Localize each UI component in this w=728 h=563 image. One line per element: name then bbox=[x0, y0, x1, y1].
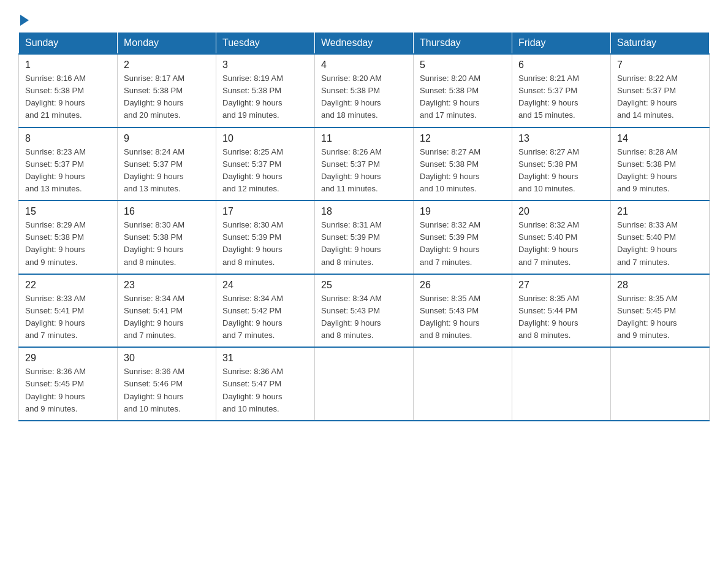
calendar-day-cell: 9 Sunrise: 8:24 AM Sunset: 5:37 PM Dayli… bbox=[118, 128, 216, 201]
day-number: 1 bbox=[25, 59, 111, 71]
day-number: 7 bbox=[617, 59, 703, 71]
day-info: Sunrise: 8:28 AM Sunset: 5:38 PM Dayligh… bbox=[617, 146, 703, 196]
day-info: Sunrise: 8:35 AM Sunset: 5:43 PM Dayligh… bbox=[420, 293, 506, 342]
day-info: Sunrise: 8:32 AM Sunset: 5:39 PM Dayligh… bbox=[420, 219, 506, 269]
day-info: Sunrise: 8:22 AM Sunset: 5:37 PM Dayligh… bbox=[617, 72, 703, 122]
day-info: Sunrise: 8:35 AM Sunset: 5:44 PM Dayligh… bbox=[518, 293, 604, 342]
day-of-week-header: Friday bbox=[512, 33, 611, 55]
day-number: 2 bbox=[124, 59, 210, 71]
day-info: Sunrise: 8:36 AM Sunset: 5:45 PM Dayligh… bbox=[25, 366, 111, 415]
day-number: 22 bbox=[25, 280, 111, 291]
day-number: 20 bbox=[518, 206, 604, 217]
day-of-week-header: Saturday bbox=[611, 33, 710, 55]
calendar-day-cell: 3 Sunrise: 8:19 AM Sunset: 5:38 PM Dayli… bbox=[216, 54, 315, 128]
calendar-day-cell: 27 Sunrise: 8:35 AM Sunset: 5:44 PM Dayl… bbox=[512, 274, 611, 348]
day-info: Sunrise: 8:24 AM Sunset: 5:37 PM Dayligh… bbox=[124, 146, 210, 196]
day-info: Sunrise: 8:17 AM Sunset: 5:38 PM Dayligh… bbox=[124, 72, 210, 122]
calendar-day-cell: 8 Sunrise: 8:23 AM Sunset: 5:37 PM Dayli… bbox=[19, 128, 118, 201]
page-header bbox=[18, 12, 710, 26]
calendar-week-row: 8 Sunrise: 8:23 AM Sunset: 5:37 PM Dayli… bbox=[19, 128, 710, 201]
day-number: 15 bbox=[25, 206, 111, 217]
logo bbox=[18, 12, 29, 26]
calendar-day-cell: 4 Sunrise: 8:20 AM Sunset: 5:38 PM Dayli… bbox=[315, 54, 414, 128]
day-number: 3 bbox=[222, 59, 308, 71]
day-number: 11 bbox=[321, 133, 407, 144]
day-info: Sunrise: 8:25 AM Sunset: 5:37 PM Dayligh… bbox=[222, 146, 308, 196]
calendar-day-cell: 6 Sunrise: 8:21 AM Sunset: 5:37 PM Dayli… bbox=[512, 54, 611, 128]
calendar-header: SundayMondayTuesdayWednesdayThursdayFrid… bbox=[19, 33, 710, 55]
calendar-day-cell: 22 Sunrise: 8:33 AM Sunset: 5:41 PM Dayl… bbox=[19, 274, 118, 348]
calendar-day-cell: 1 Sunrise: 8:16 AM Sunset: 5:38 PM Dayli… bbox=[19, 54, 118, 128]
calendar-day-cell: 15 Sunrise: 8:29 AM Sunset: 5:38 PM Dayl… bbox=[19, 201, 118, 274]
day-info: Sunrise: 8:20 AM Sunset: 5:38 PM Dayligh… bbox=[321, 72, 407, 122]
calendar-day-cell: 31 Sunrise: 8:36 AM Sunset: 5:47 PM Dayl… bbox=[216, 347, 315, 421]
calendar-day-cell: 28 Sunrise: 8:35 AM Sunset: 5:45 PM Dayl… bbox=[611, 274, 710, 348]
calendar-day-cell: 19 Sunrise: 8:32 AM Sunset: 5:39 PM Dayl… bbox=[414, 201, 512, 274]
day-info: Sunrise: 8:32 AM Sunset: 5:40 PM Dayligh… bbox=[518, 219, 604, 269]
day-info: Sunrise: 8:16 AM Sunset: 5:38 PM Dayligh… bbox=[25, 72, 111, 122]
day-number: 17 bbox=[222, 206, 308, 217]
day-header-row: SundayMondayTuesdayWednesdayThursdayFrid… bbox=[19, 33, 710, 55]
day-number: 30 bbox=[124, 353, 210, 364]
day-info: Sunrise: 8:27 AM Sunset: 5:38 PM Dayligh… bbox=[420, 146, 506, 196]
day-of-week-header: Sunday bbox=[19, 33, 118, 55]
day-info: Sunrise: 8:33 AM Sunset: 5:40 PM Dayligh… bbox=[617, 219, 703, 269]
calendar-day-cell: 14 Sunrise: 8:28 AM Sunset: 5:38 PM Dayl… bbox=[611, 128, 710, 201]
calendar-day-cell: 21 Sunrise: 8:33 AM Sunset: 5:40 PM Dayl… bbox=[611, 201, 710, 274]
calendar-day-cell: 25 Sunrise: 8:34 AM Sunset: 5:43 PM Dayl… bbox=[315, 274, 414, 348]
day-number: 24 bbox=[222, 280, 308, 291]
day-info: Sunrise: 8:34 AM Sunset: 5:41 PM Dayligh… bbox=[124, 293, 210, 342]
calendar-day-cell: 20 Sunrise: 8:32 AM Sunset: 5:40 PM Dayl… bbox=[512, 201, 611, 274]
calendar-day-cell: 29 Sunrise: 8:36 AM Sunset: 5:45 PM Dayl… bbox=[19, 347, 118, 421]
day-of-week-header: Wednesday bbox=[315, 33, 414, 55]
calendar-day-cell: 23 Sunrise: 8:34 AM Sunset: 5:41 PM Dayl… bbox=[118, 274, 216, 348]
day-number: 13 bbox=[518, 133, 604, 144]
calendar-day-cell: 5 Sunrise: 8:20 AM Sunset: 5:38 PM Dayli… bbox=[414, 54, 512, 128]
day-number: 12 bbox=[420, 133, 506, 144]
day-info: Sunrise: 8:35 AM Sunset: 5:45 PM Dayligh… bbox=[617, 293, 703, 342]
day-info: Sunrise: 8:33 AM Sunset: 5:41 PM Dayligh… bbox=[25, 293, 111, 342]
day-number: 10 bbox=[222, 133, 308, 144]
day-info: Sunrise: 8:31 AM Sunset: 5:39 PM Dayligh… bbox=[321, 219, 407, 269]
day-number: 28 bbox=[617, 280, 703, 291]
calendar-day-cell bbox=[414, 347, 512, 421]
day-number: 16 bbox=[124, 206, 210, 217]
day-number: 21 bbox=[617, 206, 703, 217]
day-number: 6 bbox=[518, 59, 604, 71]
day-info: Sunrise: 8:19 AM Sunset: 5:38 PM Dayligh… bbox=[222, 72, 308, 122]
calendar-day-cell: 7 Sunrise: 8:22 AM Sunset: 5:37 PM Dayli… bbox=[611, 54, 710, 128]
calendar-day-cell bbox=[315, 347, 414, 421]
calendar-week-row: 22 Sunrise: 8:33 AM Sunset: 5:41 PM Dayl… bbox=[19, 274, 710, 348]
calendar-day-cell: 16 Sunrise: 8:30 AM Sunset: 5:38 PM Dayl… bbox=[118, 201, 216, 274]
day-number: 26 bbox=[420, 280, 506, 291]
calendar-week-row: 1 Sunrise: 8:16 AM Sunset: 5:38 PM Dayli… bbox=[19, 54, 710, 128]
day-number: 9 bbox=[124, 133, 210, 144]
day-info: Sunrise: 8:36 AM Sunset: 5:47 PM Dayligh… bbox=[222, 366, 308, 415]
day-of-week-header: Thursday bbox=[414, 33, 512, 55]
day-number: 29 bbox=[25, 353, 111, 364]
day-info: Sunrise: 8:20 AM Sunset: 5:38 PM Dayligh… bbox=[420, 72, 506, 122]
day-info: Sunrise: 8:30 AM Sunset: 5:38 PM Dayligh… bbox=[124, 219, 210, 269]
day-of-week-header: Tuesday bbox=[216, 33, 315, 55]
calendar-week-row: 15 Sunrise: 8:29 AM Sunset: 5:38 PM Dayl… bbox=[19, 201, 710, 274]
day-number: 14 bbox=[617, 133, 703, 144]
calendar-day-cell: 30 Sunrise: 8:36 AM Sunset: 5:46 PM Dayl… bbox=[118, 347, 216, 421]
day-info: Sunrise: 8:29 AM Sunset: 5:38 PM Dayligh… bbox=[25, 219, 111, 269]
calendar-day-cell: 18 Sunrise: 8:31 AM Sunset: 5:39 PM Dayl… bbox=[315, 201, 414, 274]
day-number: 25 bbox=[321, 280, 407, 291]
day-number: 5 bbox=[420, 59, 506, 71]
day-info: Sunrise: 8:36 AM Sunset: 5:46 PM Dayligh… bbox=[124, 366, 210, 415]
calendar-day-cell: 17 Sunrise: 8:30 AM Sunset: 5:39 PM Dayl… bbox=[216, 201, 315, 274]
day-of-week-header: Monday bbox=[118, 33, 216, 55]
calendar-day-cell: 10 Sunrise: 8:25 AM Sunset: 5:37 PM Dayl… bbox=[216, 128, 315, 201]
day-info: Sunrise: 8:27 AM Sunset: 5:38 PM Dayligh… bbox=[518, 146, 604, 196]
calendar-day-cell bbox=[611, 347, 710, 421]
calendar-day-cell: 26 Sunrise: 8:35 AM Sunset: 5:43 PM Dayl… bbox=[414, 274, 512, 348]
calendar-day-cell bbox=[512, 347, 611, 421]
day-info: Sunrise: 8:23 AM Sunset: 5:37 PM Dayligh… bbox=[25, 146, 111, 196]
day-number: 27 bbox=[518, 280, 604, 291]
calendar-day-cell: 12 Sunrise: 8:27 AM Sunset: 5:38 PM Dayl… bbox=[414, 128, 512, 201]
day-number: 4 bbox=[321, 59, 407, 71]
day-number: 8 bbox=[25, 133, 111, 144]
day-info: Sunrise: 8:34 AM Sunset: 5:43 PM Dayligh… bbox=[321, 293, 407, 342]
